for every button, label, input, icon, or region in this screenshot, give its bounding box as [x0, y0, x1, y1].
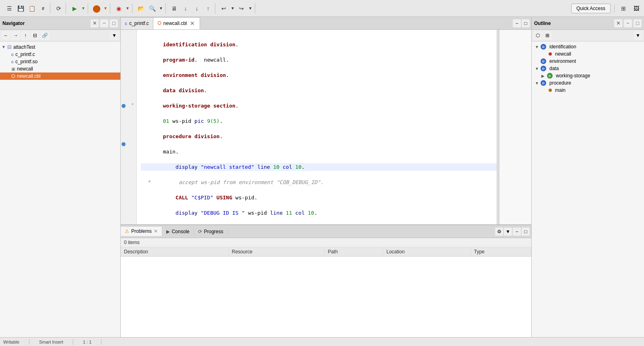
search-dropdown-button[interactable]: ▼ — [158, 3, 164, 14]
forward-button[interactable]: ↪ — [236, 3, 247, 14]
nav-forward-button[interactable]: → — [11, 31, 20, 40]
outline-identification[interactable]: ▼ D identification — [532, 43, 644, 50]
tab-progress[interactable]: ⟳ Progress — [194, 227, 228, 236]
ln15 — [121, 140, 136, 148]
tab-cbl-icon: ⬡ — [157, 21, 161, 26]
outline-header: Outline ✕ − □ — [532, 17, 644, 30]
workspace-button[interactable]: ⊞ — [618, 3, 629, 14]
tree-item-c-printf-so[interactable]: c c_printf.so — [0, 58, 120, 65]
refresh-button[interactable]: ⟳ — [54, 3, 64, 14]
tree-root[interactable]: ▼ ⊟ attachTest — [0, 43, 120, 51]
outline-environment[interactable]: ▼ D environment — [532, 58, 644, 65]
code-line-1: identification division. — [141, 41, 497, 48]
quick-access-button[interactable]: Quick Access — [571, 4, 611, 13]
down-arrow-button[interactable]: ↓ — [180, 3, 191, 14]
main-outline-label: main — [555, 87, 566, 93]
working-storage-label: working-storage — [556, 73, 590, 79]
nav-up-button[interactable]: ↑ — [21, 31, 30, 40]
tree-item-newcall[interactable]: ▣ newcall — [0, 65, 120, 73]
back-button[interactable]: ↩ — [219, 3, 229, 14]
back-dropdown-button[interactable]: ▼ — [230, 3, 235, 14]
outline-sort-alpha-button[interactable]: ⬡ — [533, 31, 542, 40]
col-path: Path — [324, 247, 383, 257]
bottom-tab-controls: ⚙ ▼ − □ — [495, 228, 531, 236]
outline-sort-type-button[interactable]: ⊞ — [543, 31, 552, 40]
outline-maximize-button[interactable]: □ — [634, 19, 642, 27]
outline-newcall[interactable]: newcall — [532, 50, 644, 58]
open-file-button[interactable]: 📂 — [136, 3, 146, 14]
outline-working-storage[interactable]: ▶ D working-storage — [532, 72, 644, 79]
ln4 — [121, 56, 136, 64]
tab-maximize-button[interactable]: □ — [522, 19, 530, 27]
code-line-12: display "DEBUG ID IS " ws-pid line 11 co… — [141, 209, 497, 217]
up-arrow-button[interactable]: ↑ — [203, 3, 213, 14]
main-area: Navigator ✕ − □ ← → ↑ ⊟ 🔗 ▼ ▼ ⊟ attachTe… — [0, 17, 644, 337]
code-line-2: program-id. newcall. — [141, 56, 497, 64]
forward-dropdown-button[interactable]: ▼ — [248, 3, 253, 14]
code-editor[interactable]: * identification division. program-i — [121, 30, 531, 224]
outline-main[interactable]: main — [532, 87, 644, 94]
ln7 — [121, 79, 136, 87]
debug-dropdown-button[interactable]: ▼ — [103, 3, 108, 14]
nav-link-button[interactable]: 🔗 — [40, 31, 49, 40]
profile-button[interactable]: ◉ — [114, 3, 124, 14]
tree-item-newcall-cbl[interactable]: ⬡ newcall.cbl — [0, 73, 120, 80]
app-icon-button[interactable]: 🖼 — [631, 3, 642, 14]
save-all-button[interactable]: 📋 — [27, 3, 37, 14]
identification-icon: D — [541, 44, 546, 50]
run-button[interactable]: ▶ — [69, 3, 80, 14]
c-file-icon: c — [11, 52, 14, 57]
toolbar-group-debug: ⬤ ▼ — [90, 3, 110, 14]
ln5 — [121, 64, 136, 71]
console-label: Console — [172, 229, 190, 234]
outline-data[interactable]: ▼ D data — [532, 65, 644, 72]
profile-dropdown-button[interactable]: ▼ — [125, 3, 130, 14]
nav-menu-button[interactable]: ▼ — [110, 31, 119, 40]
nav-back-button[interactable]: ← — [2, 31, 10, 40]
problems-table: Description Resource Path Location Type — [121, 247, 531, 257]
monitor-button[interactable]: 🖥 — [169, 3, 180, 14]
search-button[interactable]: 🔍 — [147, 3, 157, 14]
newcall-cbl-label: newcall.cbl — [17, 73, 41, 79]
save-button[interactable]: 💾 — [15, 3, 26, 14]
bottom-dropdown-button[interactable]: ▼ — [504, 228, 512, 236]
ws-arrow: ▶ — [541, 74, 545, 78]
bottom-view-menu-button[interactable]: ⚙ — [495, 228, 503, 236]
problems-content: 0 items Description Resource Path Locati… — [121, 238, 531, 337]
outline-minimize-button[interactable]: − — [624, 19, 632, 27]
outline-menu-button[interactable]: ▼ — [634, 31, 642, 40]
tab-c-printf[interactable]: c c_printf.c — [121, 17, 153, 29]
outline-procedure[interactable]: ▼ D procedure — [532, 79, 644, 87]
console-icon: ▶ — [166, 229, 170, 234]
bottom-minimize-button[interactable]: − — [513, 228, 521, 236]
navigator-close-button[interactable]: ✕ — [91, 19, 99, 27]
run-dropdown-button[interactable]: ▼ — [80, 3, 86, 14]
tab-console[interactable]: ▶ Console — [162, 227, 194, 236]
tab-newcall-cbl-label: newcall.cbl — [163, 21, 187, 26]
outline-close-button[interactable]: ✕ — [614, 19, 622, 27]
tree-item-c-printf-c[interactable]: c c_printf.c — [0, 51, 120, 58]
bottom-area: ⚠ Problems ✕ ▶ Console ⟳ Progress ⚙ ▼ − … — [121, 224, 531, 337]
new-button[interactable]: ☰ — [4, 3, 14, 14]
tab-minimize-button[interactable]: − — [513, 19, 521, 27]
tab-problems[interactable]: ⚠ Problems ✕ — [121, 227, 162, 236]
outline-panel: Outline ✕ − □ ⬡ ⊞ ▼ ▼ D identification n… — [531, 17, 644, 337]
ln14 — [121, 133, 136, 140]
toolbar-group-run: ▶ ▼ — [68, 3, 88, 14]
debug-button[interactable]: ⬤ — [91, 3, 102, 14]
code-line-3: environment division. — [141, 71, 497, 79]
problems-close-button[interactable]: ✕ — [154, 228, 158, 234]
hex-editor-button[interactable]: # — [38, 3, 48, 14]
tab-close-button[interactable]: ✕ — [189, 20, 196, 27]
ln13 — [121, 125, 136, 133]
nav-collapse-button[interactable]: ⊟ — [31, 31, 39, 40]
procedure-icon: D — [541, 80, 546, 86]
code-content[interactable]: identification division. program-id. new… — [137, 30, 497, 224]
bottom-maximize-button[interactable]: □ — [522, 228, 530, 236]
status-sep-2 — [73, 339, 73, 345]
tab-newcall-cbl[interactable]: ⬡ newcall.cbl ✕ — [153, 17, 200, 29]
data-arrow: ▼ — [535, 66, 539, 71]
down-arrow2-button[interactable]: ↓ — [192, 3, 202, 14]
navigator-maximize-button[interactable]: □ — [110, 19, 118, 27]
navigator-minimize-button[interactable]: − — [100, 19, 108, 27]
